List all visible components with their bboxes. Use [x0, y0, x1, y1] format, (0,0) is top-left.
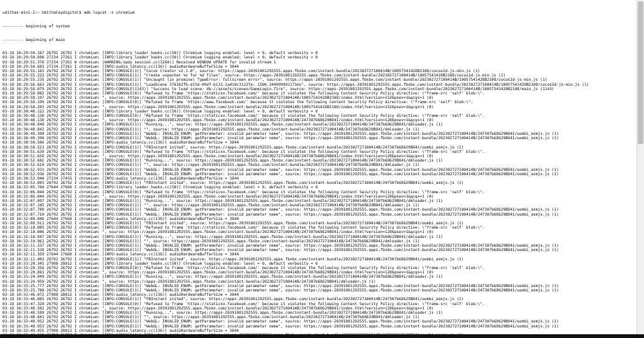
log-line: 03-18 10:33:24.949 26792 26792 I chromiu… [2, 274, 642, 278]
log-line: 03-18 10:30:52.944 27234 27435 I chromiu… [2, 176, 642, 180]
log-line: 03-18 10:33:49.455 27988 28012 I chromiu… [2, 328, 642, 332]
log-header: --------- beginning of system [2, 24, 642, 28]
log-line: 03-18 10:30:49.390 26792 26792 I chromiu… [2, 131, 642, 135]
log-line: 03-18 10:32:06.044 26792 26792 I chromiu… [2, 190, 642, 194]
log-line: 03-18 10:32:08.911 26792 26792 I chromiu… [2, 221, 642, 225]
log-line: 03-18 10:29:50.898 27234 27261 I chromiu… [2, 55, 642, 59]
log-line: 03-18 10:30:52.602 26792 26792 I chromiu… [2, 158, 642, 162]
log-line: 03-18 10:29:58.079 26792 26792 I chromiu… [2, 86, 642, 91]
log-line: 03-18 10:32:10.005 26792 26792 I chromiu… [2, 225, 642, 229]
log-line: 03-18 10:29:51.378 27234 27261 W chromiu… [2, 60, 642, 64]
log-line: 03-18 10:33:48.952 26792 26792 I chromiu… [2, 319, 642, 323]
log-line: 03-18 10:33:46.085 26792 26792 I chromiu… [2, 296, 642, 301]
log-line: 03-18 10:32:10.961 26792 26792 I chromiu… [2, 239, 642, 243]
log-line: 03-18 10:30:49.390 26792 26792 I chromiu… [2, 135, 642, 140]
log-lines-container: 03-18 10:29:50.167 26792 26792 I chromiu… [2, 50, 642, 337]
log-line: 03-18 10:29:50.167 26792 26792 I chromiu… [2, 50, 642, 55]
log-line: 03-18 10:29:55.235 26792 26792 I chromiu… [2, 77, 642, 81]
log-line: 03-18 10:32:11.338 26792 26792 I chromiu… [2, 247, 642, 252]
log-line: 03-18 10:32:08.046 27644 27668 I chromiu… [2, 216, 642, 221]
log-line: 03-18 10:33:48.953 26792 26792 I chromiu… [2, 324, 642, 328]
log-line: 03-18 10:30:48.842 26792 26792 I chromiu… [2, 127, 642, 131]
log-line: 03-18 10:33:46.072 27988 28012 I chromiu… [2, 292, 642, 296]
log-line: 03-18 10:30:48.138 26792 26792 I chromiu… [2, 113, 642, 117]
log-line: 03-18 10:30:51.639 26792 26792 I chromiu… [2, 149, 642, 153]
log-line: 03-18 10:33:20.356 26792 26792 I chromiu… [2, 265, 642, 270]
log-line: 03-18 10:33:48.601 26792 26792 I chromiu… [2, 314, 642, 319]
log-line: 03-18 10:32:07.105 26792 26792 I chromiu… [2, 203, 642, 207]
log-line: 03-18 10:30:48.840 26792 26792 I chromiu… [2, 122, 642, 126]
terminal-output[interactable]: udithas-mini-2:~ UdithaCeydigital$ adb l… [0, 0, 644, 338]
log-line: 03-18 10:32:11.337 26792 26792 I chromiu… [2, 243, 642, 247]
log-line: 03-18 10:32:06.044 26792 26792 I chromiu… [2, 194, 642, 198]
log-line: 03-18 10:29:58.203 26792 26792 I chromiu… [2, 104, 642, 109]
os-taskbar [0, 334, 644, 338]
log-line: 03-18 10:29:56.663 26792 26792 I chromiu… [2, 82, 642, 86]
log-header: --------- beginning of main [2, 37, 642, 42]
log-line: 03-18 10:29:58.197 26792 26792 I chromiu… [2, 95, 642, 99]
log-line: 03-18 10:29:54.603 27234 27261 I chromiu… [2, 64, 642, 68]
log-line: 03-18 10:33:20.345 27988 28012 I chromiu… [2, 261, 642, 265]
log-line: 03-18 10:32:10.006 26792 26792 I chromiu… [2, 229, 642, 234]
log-line: 03-18 10:30:53.003 26792 26792 I chromiu… [2, 180, 642, 185]
log-line: 03-18 10:33:25.780 26792 26792 I chromiu… [2, 288, 642, 292]
log-line: 03-18 10:30:52.936 26792 26792 I chromiu… [2, 171, 642, 176]
log-line: 03-18 10:30:50.521 26792 26792 I chromiu… [2, 145, 642, 149]
log-line: 03-18 10:33:48.582 26792 26792 I chromiu… [2, 306, 642, 310]
log-line: 03-18 10:33:48.599 26792 26792 I chromiu… [2, 310, 642, 314]
log-line: 03-18 10:30:48.138 26792 26792 I chromiu… [2, 117, 642, 122]
log-line: 03-18 10:29:55.222 26792 26792 I chromiu… [2, 73, 642, 77]
log-line: 03-18 10:30:52.933 26792 26792 I chromiu… [2, 167, 642, 171]
log-line: 03-18 10:30:51.658 26792 26792 I chromiu… [2, 153, 642, 158]
log-line: 03-18 10:32:11.403 26792 26792 I chromiu… [2, 257, 642, 261]
log-line: 03-18 10:32:07.709 26792 26792 I chromiu… [2, 207, 642, 211]
log-line: 03-18 10:33:24.959 26792 26792 I chromiu… [2, 279, 642, 283]
log-line: 03-18 10:30:48.122 26792 26792 I chromiu… [2, 109, 642, 113]
log-line: 03-18 10:32:05.760 27644 27668 I chromiu… [2, 185, 642, 189]
log-line: 03-18 10:29:58.199 26792 26792 I chromiu… [2, 99, 642, 104]
log-line: 03-18 10:32:10.947 26792 26792 I chromiu… [2, 234, 642, 239]
log-line: 03-18 10:33:47.328 26792 26792 I chromiu… [2, 301, 642, 306]
log-line: 03-18 10:33:20.861 26792 26792 I chromiu… [2, 270, 642, 274]
log-line: 03-18 10:32:11.359 27644 27668 I chromiu… [2, 252, 642, 256]
log-line: 03-18 10:32:07.710 26792 26792 I chromiu… [2, 212, 642, 216]
scrollbar-thumb[interactable] [638, 1, 643, 144]
log-line: 03-18 10:29:55.183 26792 26792 I chromiu… [2, 68, 642, 73]
log-line: 03-18 10:33:25.777 26792 26792 I chromiu… [2, 283, 642, 288]
log-line: 03-18 10:30:52.610 26792 26792 I chromiu… [2, 162, 642, 167]
shell-prompt: udithas-mini-2:~ UdithaCeydigital$ adb l… [2, 10, 642, 14]
log-line: 03-18 10:30:50.506 26792 26792 I chromiu… [2, 140, 642, 144]
log-line: 03-18 10:32:07.097 26792 26792 I chromiu… [2, 198, 642, 203]
log-line: 03-18 10:29:58.082 26792 26792 I chromiu… [2, 91, 642, 95]
scrollbar-track[interactable] [637, 0, 644, 338]
